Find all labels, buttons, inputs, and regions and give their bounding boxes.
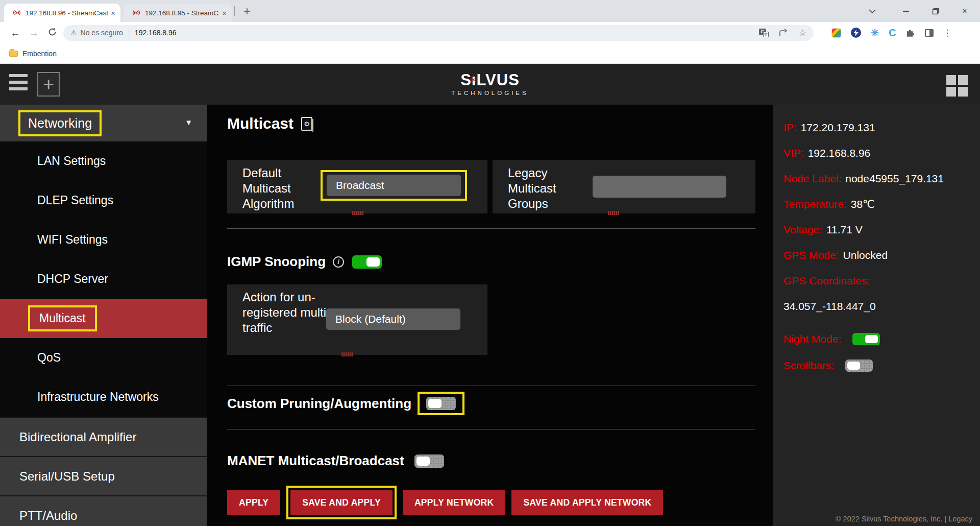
- networking-label-highlighted: Networking: [18, 110, 102, 136]
- highlight-box: [418, 392, 464, 415]
- legacy-multicast-groups-input[interactable]: [593, 176, 726, 198]
- minimize-button[interactable]: [894, 0, 918, 22]
- tab-streamcaster-95[interactable]: 192.168.8.95 - StreamCaster MIM ×: [124, 4, 232, 22]
- extensions-puzzle-icon[interactable]: [905, 28, 915, 38]
- bookmark-star-icon[interactable]: ☆: [799, 28, 806, 38]
- section-divider: [227, 386, 755, 386]
- status-panel: IP:172.20.179.131 VIP:192.168.8.96 Node …: [773, 105, 980, 526]
- apply-network-button[interactable]: APPLY NETWORK: [403, 490, 506, 515]
- resize-grip[interactable]: [608, 211, 619, 215]
- resize-grip[interactable]: [352, 211, 363, 215]
- status-node-label: Node Label:node45955_179.131: [783, 173, 980, 198]
- address-bar[interactable]: ⚠ No es seguro 192.168.8.96 G文 ☆: [63, 25, 814, 41]
- tab-close-icon[interactable]: ×: [222, 9, 227, 17]
- security-label: No es seguro: [81, 29, 123, 37]
- highlight-box: Broadcast: [321, 170, 467, 201]
- default-multicast-algorithm-panel: Default Multicast Algorithm Broadcast: [227, 160, 487, 213]
- sidebar-item-lan-settings[interactable]: LAN Settings: [0, 141, 207, 181]
- manet-multicast-label: MANET Multicast/Broadcast: [227, 453, 404, 469]
- not-secure-warning-icon[interactable]: ⚠: [70, 29, 77, 37]
- igmp-snooping-toggle[interactable]: [352, 255, 382, 269]
- highlight-box: SAVE AND APPLY: [286, 486, 397, 519]
- sidebar-group-networking[interactable]: Networking ▼: [0, 105, 207, 141]
- status-gps-mode: GPS Mode:Unlocked: [783, 249, 980, 275]
- save-and-apply-network-button[interactable]: SAVE AND APPLY NETWORK: [511, 490, 663, 515]
- tab-title: 192.168.8.95 - StreamCaster MIM: [145, 9, 219, 17]
- unregistered-multicast-panel: Action for un-registered multicast traff…: [227, 284, 487, 355]
- sidebar-item-multicast-selected[interactable]: Multicast: [0, 299, 207, 338]
- grid-layout-icon[interactable]: [946, 75, 968, 97]
- custom-pruning-toggle[interactable]: [426, 397, 456, 410]
- night-mode-toggle[interactable]: [852, 333, 880, 345]
- sidebar-item-infrastructure-networks[interactable]: Infrastructure Networks: [0, 377, 207, 417]
- igmp-snooping-label: IGMP Snooping: [227, 254, 326, 270]
- extensions-row: ✳ C: [822, 27, 934, 39]
- browser-toolbar: ← → ⚠ No es seguro 192.168.8.96 G文 ☆ ✳ C…: [0, 22, 980, 43]
- bookmarks-bar: Embention: [0, 43, 980, 64]
- info-icon[interactable]: i: [333, 256, 344, 268]
- logo-antenna-icon: [470, 67, 477, 86]
- reload-icon[interactable]: [43, 27, 61, 39]
- restore-button[interactable]: [924, 0, 947, 22]
- lightning-extension-icon[interactable]: [851, 28, 861, 38]
- status-voltage: Voltage:11.71 V: [783, 224, 980, 249]
- sidebar-item-ptt-audio[interactable]: PTT/Audio: [0, 495, 207, 526]
- back-icon[interactable]: ←: [6, 27, 24, 39]
- tab-streamcaster-96[interactable]: 192.168.8.96 - StreamCaster MIM ×: [4, 4, 120, 22]
- status-gps-coordinates-label: GPS Coordinates:: [783, 275, 980, 300]
- url-text[interactable]: 192.168.8.96: [135, 29, 177, 37]
- colorzilla-extension-icon[interactable]: C: [889, 27, 896, 39]
- translate-icon[interactable]: G文: [759, 29, 769, 37]
- omnibox-separator: [129, 29, 129, 37]
- sidebar-item-bidirectional-amplifier[interactable]: Bidirectional Amplifier: [0, 417, 207, 456]
- status-gps-coordinates-value: 34.057_-118.447_0: [783, 300, 980, 326]
- tab-search-chevron-icon[interactable]: [861, 0, 884, 22]
- section-divider: [227, 429, 755, 429]
- tab-title: 192.168.8.96 - StreamCaster MIM: [26, 9, 108, 17]
- radio-waves-icon: [132, 9, 141, 16]
- tab-strip: 192.168.8.96 - StreamCaster MIM × 192.16…: [0, 0, 980, 22]
- resize-grip[interactable]: [341, 352, 353, 356]
- radio-waves-icon: [12, 9, 21, 16]
- minimize-icon: [903, 11, 909, 12]
- app-header: + SıLVUS TECHNOLOGIES: [0, 64, 980, 105]
- legacy-multicast-groups-panel: Legacy Multicast Groups: [493, 160, 755, 213]
- save-and-apply-button[interactable]: SAVE AND APPLY: [290, 490, 393, 515]
- sidebar-item-dlep-settings[interactable]: DLEP Settings: [0, 181, 207, 220]
- caret-down-icon: ▼: [185, 118, 192, 127]
- sidebar-item-serial-usb-setup[interactable]: Serial/USB Setup: [0, 456, 207, 495]
- action-buttons-row: APPLY SAVE AND APPLY APPLY NETWORK SAVE …: [227, 486, 669, 519]
- custom-pruning-label: Custom Pruning/Augmenting: [227, 396, 411, 412]
- copyright-footer: © 2022 Silvus Technologies, Inc. | Legac…: [836, 515, 972, 523]
- unregistered-multicast-select[interactable]: Block (Default): [326, 308, 460, 330]
- default-multicast-algorithm-select[interactable]: Broadcast: [327, 175, 461, 196]
- scrollbars-row: Scrollbars:: [783, 352, 980, 379]
- forward-icon[interactable]: →: [24, 27, 43, 39]
- bookmark-embention[interactable]: Embention: [22, 50, 57, 58]
- legacy-multicast-groups-label: Legacy Multicast Groups: [508, 165, 597, 211]
- asterisk-extension-icon[interactable]: ✳: [871, 27, 879, 39]
- sidebar-item-dhcp-server[interactable]: DHCP Server: [0, 259, 207, 299]
- bookmark-folder-icon: [9, 51, 18, 57]
- scrollbars-toggle[interactable]: [845, 360, 873, 372]
- close-window-button[interactable]: ×: [953, 0, 976, 22]
- silvus-logo: SıLVUS TECHNOLOGIES: [0, 71, 980, 96]
- new-tab-button[interactable]: +: [239, 0, 255, 22]
- status-vip: VIP:192.168.8.96: [783, 147, 980, 173]
- sidebar-item-wifi-settings[interactable]: WIFI Settings: [0, 220, 207, 259]
- manual-book-icon[interactable]: ⚙: [301, 117, 312, 131]
- browser-menu-kebab-icon[interactable]: ⋮: [943, 28, 951, 38]
- section-divider: [227, 228, 755, 229]
- default-multicast-algorithm-label: Default Multicast Algorithm: [242, 165, 329, 211]
- multicast-page: Multicast ⚙ Default Multicast Algorithm …: [207, 105, 773, 526]
- night-mode-row: Night Mode:: [783, 326, 980, 352]
- apply-button[interactable]: APPLY: [227, 490, 280, 515]
- share-icon[interactable]: [779, 29, 789, 37]
- side-panel-icon[interactable]: [925, 29, 934, 37]
- sidebar-item-qos[interactable]: QoS: [0, 338, 207, 377]
- tab-close-icon[interactable]: ×: [111, 9, 115, 17]
- tab-separator: [234, 6, 235, 16]
- wallpaper-extension-icon[interactable]: [831, 28, 841, 38]
- status-ip: IP:172.20.179.131: [783, 122, 980, 147]
- manet-multicast-toggle[interactable]: [414, 455, 444, 468]
